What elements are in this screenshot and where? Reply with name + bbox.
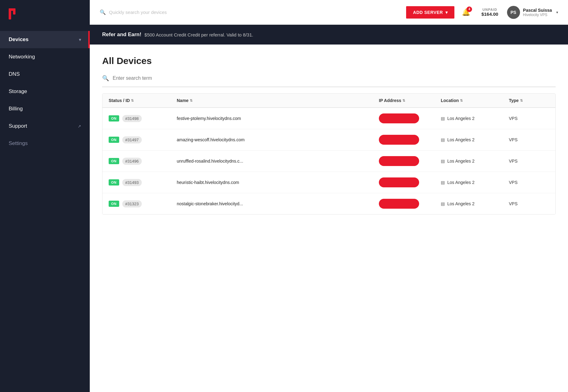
devices-table: Status / ID ⇅ Name ⇅ IP Address ⇅ Locati… (102, 93, 556, 215)
sidebar-item-networking[interactable]: Networking (0, 48, 90, 66)
ip-address-cell (379, 156, 441, 166)
logo-container (0, 0, 90, 28)
status-cell: ON #31497 (109, 136, 177, 143)
col-header-ip[interactable]: IP Address ⇅ (379, 98, 441, 103)
col-header-name[interactable]: Name ⇅ (177, 98, 379, 103)
user-dropdown-icon: ▾ (556, 10, 558, 15)
server-icon: ▤ (441, 201, 445, 206)
header: 🔍 Quickly search your devices ADD SERVER… (90, 0, 568, 25)
type-cell: VPS (509, 159, 549, 164)
sidebar-item-support[interactable]: Support ↗ (0, 117, 90, 135)
search-icon: 🔍 (100, 9, 106, 15)
device-id: #31493 (122, 179, 142, 186)
billing-amount: $164.00 (481, 11, 498, 17)
sort-icon: ⇅ (520, 99, 523, 103)
location-cell: ▤ Los Angeles 2 (441, 180, 509, 185)
type-cell: VPS (509, 180, 549, 185)
header-search-placeholder: Quickly search your devices (109, 10, 167, 15)
sort-icon: ⇅ (460, 99, 463, 103)
logo-icon (7, 6, 24, 22)
server-icon: ▤ (441, 159, 445, 164)
server-icon: ▤ (441, 180, 445, 185)
external-link-icon: ↗ (78, 124, 81, 129)
location-text: Los Angeles 2 (447, 159, 475, 164)
table-row[interactable]: ON #31493 heuristic-haibt.hivelocitydns.… (102, 172, 555, 193)
device-name: amazing-wescoff.hivelocitydns.com (177, 137, 379, 142)
table-body: ON #31498 festive-ptolemy.hivelocitydns.… (102, 108, 555, 214)
search-bar: 🔍 Quickly search your devices (100, 9, 401, 15)
sidebar-item-billing[interactable]: Billing (0, 100, 90, 117)
col-header-type[interactable]: Type ⇅ (509, 98, 549, 103)
device-id: #31323 (122, 200, 142, 207)
ip-badge (379, 113, 419, 123)
type-cell: VPS (509, 116, 549, 121)
location-cell: ▤ Los Angeles 2 (441, 201, 509, 206)
sidebar-item-devices[interactable]: Devices ▾ (0, 31, 90, 48)
status-badge: ON (109, 201, 119, 207)
table-row[interactable]: ON #31323 nostalgic-stonebraker.hiveloci… (102, 193, 555, 214)
device-id: #31498 (122, 115, 142, 122)
devices-content: All Devices 🔍 Status / ID ⇅ Name ⇅ IP Ad… (90, 45, 568, 226)
type-cell: VPS (509, 201, 549, 206)
table-row[interactable]: ON #31497 amazing-wescoff.hivelocitydns.… (102, 129, 555, 151)
main-content: 🔍 Quickly search your devices ADD SERVER… (90, 0, 568, 392)
table-row[interactable]: ON #31498 festive-ptolemy.hivelocitydns.… (102, 108, 555, 129)
location-cell: ▤ Los Angeles 2 (441, 137, 509, 142)
location-cell: ▤ Los Angeles 2 (441, 159, 509, 164)
location-text: Los Angeles 2 (447, 116, 475, 121)
sort-icon: ⇅ (131, 99, 134, 103)
svg-rect-2 (9, 8, 15, 11)
ip-badge (379, 135, 419, 145)
col-header-location[interactable]: Location ⇅ (441, 98, 509, 103)
location-text: Los Angeles 2 (447, 180, 475, 185)
page-title: All Devices (102, 56, 556, 66)
add-server-button[interactable]: ADD SERVER ▾ (406, 6, 454, 19)
user-info: Pascal Suissa Hivelocity VPS (523, 8, 552, 17)
status-cell: ON #31493 (109, 179, 177, 186)
status-badge: ON (109, 115, 119, 121)
ip-address-cell (379, 135, 441, 145)
device-name: heuristic-haibt.hivelocitydns.com (177, 180, 379, 185)
device-name: nostalgic-stonebraker.hivelocityd... (177, 201, 379, 206)
sidebar-item-dns[interactable]: DNS (0, 66, 90, 83)
sidebar-item-label: DNS (9, 71, 20, 77)
status-badge: ON (109, 179, 119, 185)
ip-badge (379, 199, 419, 209)
device-name: unruffled-rosalind.hivelocitydns.c... (177, 159, 379, 164)
sort-icon: ⇅ (402, 99, 405, 103)
location-text: Los Angeles 2 (447, 201, 475, 206)
table-row[interactable]: ON #31496 unruffled-rosalind.hivelocityd… (102, 151, 555, 172)
ip-address-cell (379, 199, 441, 209)
billing-info: UNPAID $164.00 (478, 8, 502, 17)
user-name: Pascal Suissa (523, 8, 552, 13)
sidebar: Devices ▾ Networking DNS Storage Billing… (0, 0, 90, 392)
notifications-button[interactable]: 🔔 4 (459, 6, 473, 19)
status-badge: ON (109, 158, 119, 164)
status-cell: ON #31323 (109, 200, 177, 207)
sidebar-item-storage[interactable]: Storage (0, 83, 90, 100)
ip-badge (379, 156, 419, 166)
chevron-down-icon: ▾ (445, 10, 448, 15)
sidebar-nav: Devices ▾ Networking DNS Storage Billing… (0, 28, 90, 392)
chevron-down-icon: ▾ (79, 37, 81, 42)
status-cell: ON #31496 (109, 158, 177, 165)
add-server-label: ADD SERVER (413, 10, 443, 15)
sort-icon: ⇅ (190, 99, 193, 103)
sidebar-item-label: Support (9, 123, 27, 129)
device-name: festive-ptolemy.hivelocitydns.com (177, 116, 379, 121)
user-company: Hivelocity VPS (523, 13, 552, 17)
notification-badge: 4 (466, 6, 472, 12)
ip-address-cell (379, 113, 441, 123)
status-cell: ON #31498 (109, 115, 177, 122)
device-id: #31497 (122, 136, 142, 143)
col-header-status[interactable]: Status / ID ⇅ (109, 98, 177, 103)
device-id: #31496 (122, 158, 142, 165)
user-menu[interactable]: PS Pascal Suissa Hivelocity VPS ▾ (507, 6, 558, 19)
sidebar-item-settings[interactable]: Settings (0, 135, 90, 152)
type-cell: VPS (509, 137, 549, 142)
sidebar-item-label: Settings (9, 140, 28, 147)
search-input[interactable] (113, 75, 556, 81)
promo-description: $500 Account Credit Credit per referral.… (145, 32, 254, 37)
sidebar-item-label: Networking (9, 54, 35, 60)
sidebar-item-label: Devices (9, 36, 28, 43)
